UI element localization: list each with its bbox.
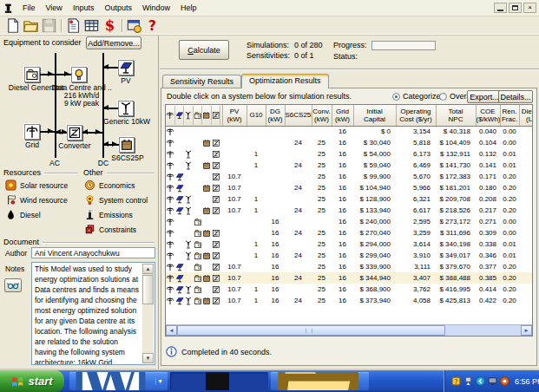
scroll-down-icon[interactable]: ▼ [142, 353, 154, 363]
close-button[interactable]: × [523, 3, 536, 13]
calculate-button[interactable]: Calculate [179, 40, 229, 60]
scroll-thumb[interactable] [177, 325, 445, 336]
tray-skype-icon[interactable] [476, 376, 485, 386]
table-row[interactable]: 10.72516$ 99,9005,670$ 172,3830.1710.20 [166, 171, 533, 182]
menu-help[interactable]: Help [175, 2, 202, 14]
details-button[interactable]: Details... [498, 90, 533, 103]
start-button[interactable]: start [0, 370, 64, 392]
minimize-button[interactable] [494, 3, 507, 13]
open-folder-button[interactable] [22, 17, 40, 34]
solar-resource-item[interactable]: Solar resource [5, 178, 82, 193]
report-button[interactable] [64, 17, 82, 34]
table-row[interactable]: 16$ 03,154$ 40,3180.0400.00 [166, 126, 533, 137]
pv-icon [175, 297, 184, 305]
pv-icon [175, 274, 184, 283]
converter-label: Converter [50, 141, 99, 150]
wind-turbine-icon [119, 101, 133, 115]
scroll-thumb[interactable] [142, 275, 154, 304]
tab-optimization-results[interactable]: Optimization Results [241, 74, 329, 88]
horizontal-scrollbar[interactable]: ◄ ► [166, 324, 532, 336]
chevron-down-icon[interactable]: ▾ [155, 377, 164, 385]
help-button[interactable]: ? [143, 17, 161, 34]
view-notes-button[interactable] [4, 278, 22, 292]
table-row[interactable]: 10.7162516$ 339,9003,111$ 379,6700.3770.… [166, 261, 533, 272]
table-row[interactable]: 10.7242516$ 104,9405,966$ 181,2010.1800.… [166, 182, 533, 193]
restore-button[interactable] [509, 3, 522, 13]
table-row[interactable]: 10.712516$ 128,9006,321$ 209,7080.2080.2… [166, 193, 533, 205]
open-folder-icon [23, 17, 39, 34]
menu-outputs[interactable]: Outputs [99, 2, 137, 14]
constraints-item[interactable]: Constraints [84, 222, 157, 237]
converter-component[interactable] [67, 125, 82, 140]
tray-display-icon[interactable] [488, 376, 497, 386]
tray-device-icon[interactable] [463, 376, 473, 386]
results-table-wrap: PV (kW)G10DG (kW)S6CS25PConv. (kW)Grid (… [165, 104, 533, 336]
arrow-icon [82, 129, 88, 134]
resources-group-label: Resources [3, 168, 78, 177]
spreadsheet-button[interactable] [82, 17, 101, 34]
wind-resource-item[interactable]: Wind resource [5, 193, 82, 207]
author-field[interactable]: Ani Vincent Anayochukwu [31, 247, 155, 258]
info-icon [166, 346, 177, 357]
menu-window[interactable]: Window [137, 2, 175, 14]
menu-inputs[interactable]: Inputs [68, 2, 100, 14]
author-label: Author [5, 249, 27, 258]
table-row[interactable]: 10.71162516$ 368,9003,762$ 416,9950.4140… [166, 284, 533, 295]
scroll-up-icon[interactable]: ▲ [142, 264, 154, 274]
wind-turbine-component[interactable] [118, 101, 134, 116]
tray-security-icon[interactable]: ? [451, 376, 461, 386]
equipment-group-label: Equipment to consider [3, 38, 85, 47]
table-row[interactable]: 242516$ 30,0405,818$ 104,4090.1040.00 [166, 137, 533, 148]
properties-button[interactable] [125, 17, 143, 34]
battery-icon [120, 138, 134, 152]
table-row[interactable]: 10.71242516$ 133,9406,617$ 218,5260.2170… [166, 205, 533, 216]
diesel-generator-component[interactable] [24, 67, 40, 82]
emissions-item[interactable]: Emissions [84, 207, 157, 222]
converter-icon [212, 139, 220, 147]
table-row[interactable]: 1162516$ 294,0003,614$ 340,1980.3380.01 [166, 238, 533, 250]
simulations-label: Simulations: [246, 41, 290, 49]
categorized-radio[interactable]: Categorized [392, 92, 445, 101]
scroll-right-icon[interactable]: ► [521, 325, 532, 336]
notes-scrollbar[interactable]: ▲ ▼ [142, 264, 154, 363]
wind-icon [184, 150, 193, 159]
other-list: EconomicsSystem controlEmissionsConstrai… [84, 178, 157, 237]
new-file-button[interactable] [3, 17, 22, 34]
arrow-icon [112, 141, 117, 147]
economics-item[interactable]: Economics [84, 178, 157, 193]
table-row[interactable]: 1616$ 240,0002,595$ 273,1720.2710.00 [166, 216, 533, 227]
menu-file[interactable]: File [17, 2, 41, 14]
diesel-item[interactable]: Diesel [5, 207, 82, 222]
column-header: Ren. Frac. [500, 105, 519, 126]
resources-list: Solar resourceWind resourceDiesel [5, 178, 82, 222]
notes-box[interactable]: This Model was used to study energy opti… [31, 262, 155, 365]
table-row[interactable]: 10.7116242516$ 373,9404,058$ 425,8130.42… [166, 295, 533, 306]
menu-view[interactable]: View [41, 2, 68, 14]
pv-component[interactable] [118, 60, 134, 75]
battery-icon [202, 252, 211, 260]
save-button[interactable] [40, 17, 58, 34]
grid-component[interactable] [24, 124, 40, 140]
results-hint: Double click on a system below for simul… [167, 92, 352, 101]
load-component[interactable] [71, 67, 87, 82]
diesel-icon [194, 240, 202, 249]
scroll-left-icon[interactable]: ◄ [166, 325, 177, 336]
table-row[interactable]: 1242516$ 59,0406,469$ 141,7300.1410.01 [166, 160, 533, 171]
taskbar-task-data-centres[interactable]: Data Centres [271, 372, 369, 390]
currency-button[interactable]: $ [101, 17, 119, 34]
add-remove-button[interactable]: Add/Remove... [86, 36, 141, 49]
tray-agent-icon[interactable] [500, 376, 509, 386]
table-row[interactable]: 16242516$ 270,0403,259$ 311,6960.3090.00 [166, 227, 533, 238]
grid-icon [25, 125, 39, 139]
export-button[interactable]: Export... [467, 90, 502, 103]
table-row[interactable]: 116242516$ 299,0403,910$ 349,0170.3460.0… [166, 250, 533, 261]
column-header: Diese (L) [519, 105, 533, 126]
battery-component[interactable] [119, 137, 135, 153]
tab-sensitivity-results[interactable]: Sensitivity Results [162, 75, 241, 88]
taskbar-task-homer-energy-op[interactable]: HOMER - [Energy Op... [170, 372, 268, 390]
system-control-item[interactable]: System control [84, 193, 157, 207]
table-row-selected[interactable]: 10.716242516$ 344,9403,407$ 388,4880.385… [166, 272, 533, 284]
arrow-icon [56, 129, 61, 134]
taskbar-task-8-microsoft-office[interactable]: W8 Microsoft Office ...▾ [69, 372, 168, 390]
table-row[interactable]: 12516$ 54,0006,173$ 132,9110.1320.01 [166, 148, 533, 160]
